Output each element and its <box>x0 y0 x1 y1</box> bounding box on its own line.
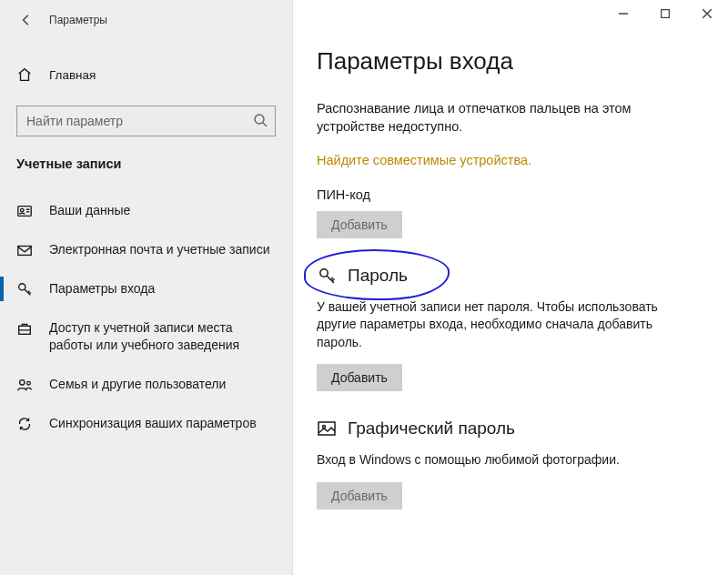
sidebar-item-sync[interactable]: Синхронизация ваших параметров <box>0 404 292 443</box>
picture-icon <box>317 419 337 439</box>
picture-note: Вход в Windows с помощью любимой фотогра… <box>317 451 697 469</box>
briefcase-icon <box>16 320 33 337</box>
picture-heading-text: Графический пароль <box>348 419 515 439</box>
nav-label: Электронная почта и учетные записи <box>49 241 269 258</box>
search-placeholder: Найти параметр <box>26 114 253 128</box>
search-input[interactable]: Найти параметр <box>16 106 276 136</box>
key-icon <box>317 266 337 286</box>
add-picture-password-button[interactable]: Добавить <box>317 482 402 509</box>
sidebar-item-work-access[interactable]: Доступ к учетной записи места работы или… <box>0 308 292 365</box>
add-password-button[interactable]: Добавить <box>317 364 402 391</box>
search-icon <box>253 113 268 130</box>
nav-label: Синхронизация ваших параметров <box>49 415 257 432</box>
sidebar-item-your-info[interactable]: Ваши данные <box>0 191 292 230</box>
svg-point-8 <box>27 381 31 385</box>
sidebar-item-email-accounts[interactable]: Электронная почта и учетные записи <box>0 230 292 269</box>
home-icon <box>16 66 33 83</box>
home-nav[interactable]: Главная <box>0 56 292 93</box>
people-icon <box>16 377 33 393</box>
password-heading-text: Пароль <box>348 266 408 286</box>
mail-icon <box>16 242 33 258</box>
password-note: У вашей учетной записи нет пароля. Чтобы… <box>317 298 697 352</box>
svg-point-1 <box>255 115 264 124</box>
add-pin-button[interactable]: Добавить <box>317 211 402 238</box>
nav-label: Ваши данные <box>49 202 130 219</box>
section-heading: Учетные записи <box>0 136 292 180</box>
nav-label: Семья и другие пользователи <box>49 376 226 393</box>
back-button[interactable] <box>13 6 40 34</box>
nav-label: Параметры входа <box>49 280 155 298</box>
svg-point-5 <box>19 284 25 290</box>
svg-point-11 <box>323 426 326 429</box>
sync-icon <box>16 416 33 432</box>
person-card-icon <box>16 203 33 219</box>
intro-text: Распознавание лица и отпечатков пальцев … <box>317 99 697 136</box>
svg-rect-2 <box>18 207 31 217</box>
key-icon <box>16 281 33 298</box>
svg-point-9 <box>320 268 328 276</box>
nav-label: Доступ к учетной записи места работы или… <box>49 319 276 354</box>
svg-point-3 <box>21 208 25 212</box>
sidebar-item-signin-options[interactable]: Параметры входа <box>0 269 292 308</box>
pin-label: ПИН-код <box>317 187 697 202</box>
picture-password-heading: Графический пароль <box>317 419 697 439</box>
sidebar-item-family[interactable]: Семья и другие пользователи <box>0 365 292 404</box>
page-title: Параметры входа <box>317 47 697 76</box>
window-title: Параметры <box>49 14 107 26</box>
svg-point-7 <box>20 379 25 384</box>
home-label: Главная <box>49 68 96 82</box>
compatible-devices-link[interactable]: Найдите совместимые устройства. <box>317 153 697 167</box>
password-section-heading: Пароль <box>317 266 697 286</box>
svg-rect-4 <box>18 247 31 256</box>
